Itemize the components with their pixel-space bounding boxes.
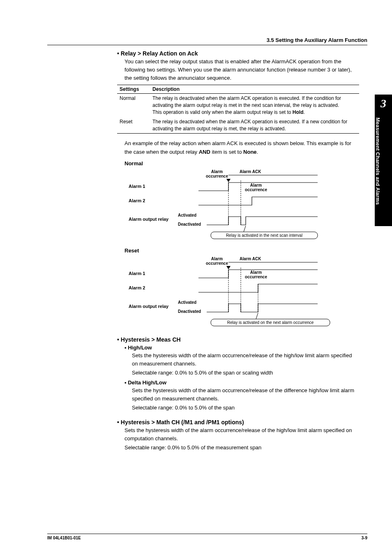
- text: The relay is deactivated when the alarm …: [152, 95, 341, 108]
- label: Alarm output relay: [129, 217, 169, 222]
- table-row: Normal The relay is deactivated when the…: [117, 94, 359, 117]
- delta-desc: Sets the hysteresis width of the alarm o…: [132, 386, 359, 403]
- label: Alarm: [211, 257, 223, 261]
- label: occurrence: [245, 275, 267, 279]
- label: occurrence: [245, 187, 267, 192]
- bold-hold: Hold: [293, 109, 304, 115]
- bold-and: AND: [199, 149, 210, 155]
- label: Alarm: [211, 169, 223, 174]
- waveform: [198, 197, 318, 205]
- label: occurrence: [206, 174, 228, 178]
- label: Alarm: [250, 270, 262, 275]
- arrow-down-icon: [226, 266, 231, 269]
- table-row: Reset The relay is deactivated when the …: [117, 117, 359, 134]
- label: Alarm 2: [129, 198, 145, 203]
- label: Deactivated: [178, 222, 201, 227]
- diagram-title-reset: Reset: [125, 247, 359, 254]
- footer-page-number: 3-9: [362, 536, 367, 540]
- subheading-highlow: High/Low: [125, 345, 359, 351]
- text: .: [304, 109, 305, 115]
- label: Alarm 1: [129, 271, 145, 276]
- bold-none: None: [243, 149, 257, 155]
- label: Deactivated: [178, 309, 201, 314]
- text: .: [257, 149, 258, 155]
- cell-normal-desc: The relay is deactivated when the alarm …: [150, 94, 359, 117]
- delta-range: Selectable range: 0.0% to 5.0% of the sp…: [132, 404, 359, 412]
- heading-text: Relay > Relay Action on Ack: [121, 50, 198, 57]
- pointer-line: [256, 313, 258, 319]
- math-desc: Sets the hysteresis width of the alarm o…: [125, 426, 359, 443]
- subheading-delta: Delta High/Low: [125, 379, 359, 386]
- callout-text: Relay is activated on the next alarm occ…: [227, 320, 314, 325]
- pointer-line: [244, 226, 246, 232]
- label: Alarm: [250, 183, 262, 187]
- label: Alarm output relay: [129, 304, 169, 309]
- label: Activated: [178, 213, 196, 217]
- timing-diagram-normal: Alarm occurrence Alarm ACK Alarm 1 Alarm…: [125, 168, 338, 240]
- diagram-normal-wrap: Normal Alarm occurrence Alarm ACK Alarm …: [125, 160, 359, 329]
- section-header: 3.5 Setting the Auxiliary Alarm Function: [47, 37, 367, 45]
- label: Activated: [178, 300, 196, 305]
- heading-relay-action: Relay > Relay Action on Ack: [117, 50, 359, 57]
- heading-hysteresis-meas: Hysteresis > Meas CH: [117, 336, 359, 343]
- label: Alarm 1: [129, 184, 145, 189]
- waveform: [207, 217, 318, 225]
- heading-text: Hysteresis > Meas CH: [121, 336, 181, 343]
- table-header-row: Settings Description: [117, 85, 359, 94]
- label: Alarm ACK: [240, 169, 261, 174]
- arrow-down-icon: [226, 179, 231, 182]
- example-text: An example of the relay action when alar…: [125, 139, 359, 156]
- highlow-range: Selectable range: 0.0% to 5.0% of the sp…: [132, 369, 359, 377]
- th-description: Description: [150, 85, 359, 94]
- th-settings: Settings: [117, 85, 150, 94]
- diagram-title-normal: Normal: [125, 160, 359, 166]
- label: occurrence: [206, 261, 228, 266]
- waveform: [207, 304, 318, 312]
- page-footer: IM 04L41B01-01E 3-9: [47, 534, 367, 540]
- text: item is set to: [210, 149, 243, 155]
- label: Alarm ACK: [240, 257, 261, 261]
- text: Delta High/Low: [128, 379, 166, 386]
- callout-text: Relay is activated in the next scan inte…: [226, 233, 302, 238]
- cell-reset-desc: The relay is deactivated when the alarm …: [150, 117, 359, 134]
- settings-table: Settings Description Normal The relay is…: [117, 85, 359, 134]
- footer-doc-id: IM 04L41B01-01E: [47, 536, 81, 540]
- highlow-desc: Sets the hysteresis width of the alarm o…: [132, 352, 359, 368]
- heading-text: Hysteresis > Math CH (/M1 and /PM1 optio…: [121, 419, 244, 426]
- timing-diagram-reset: Alarm occurrence Alarm ACK Alarm 1 Alarm…: [125, 255, 338, 327]
- cell-normal: Normal: [117, 94, 150, 117]
- text: This operation is valid only when the al…: [152, 109, 293, 115]
- relay-action-desc: You can select the relay output status t…: [125, 58, 359, 82]
- cell-reset: Reset: [117, 117, 150, 134]
- text: High/Low: [128, 345, 152, 351]
- label: Alarm 2: [129, 285, 145, 290]
- heading-hysteresis-math: Hysteresis > Math CH (/M1 and /PM1 optio…: [117, 419, 359, 426]
- math-range: Selectable range: 0.0% to 5.0% of the me…: [125, 444, 359, 452]
